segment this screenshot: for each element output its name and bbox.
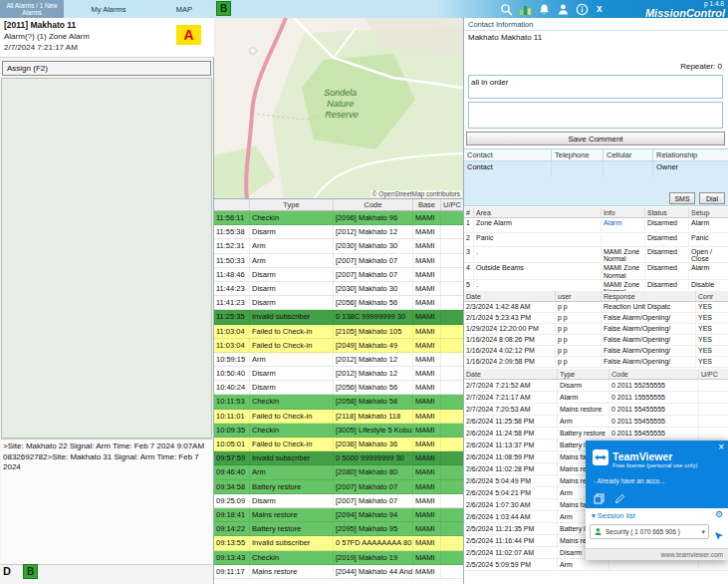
- map[interactable]: Sondela Nature Reserve © OpenStreetMap c…: [214, 18, 463, 199]
- column-header-telephone[interactable]: Telephone: [552, 149, 604, 160]
- column-header-code[interactable]: Code: [609, 369, 699, 379]
- cell-time: 11:55:38: [214, 225, 250, 238]
- tab-all-alarms[interactable]: All Alarms / 1 New Alarms: [0, 0, 64, 18]
- gear-icon[interactable]: ⚙: [715, 509, 723, 519]
- signal-log-row[interactable]: 10:11:01 Failed to Check-in [2118] Makha…: [214, 410, 463, 424]
- column-header-date[interactable]: Date: [464, 291, 556, 301]
- signal-log-row[interactable]: 09:11:17 Mains restore [2044] Makhato 44…: [214, 565, 463, 579]
- event-row[interactable]: 2/7/2024 7:21:52 AM Disarm 0 2011 552555…: [464, 380, 728, 392]
- column-header-date[interactable]: Date: [464, 369, 558, 379]
- contact-row[interactable]: Contact Owner: [464, 161, 728, 177]
- user-icon[interactable]: [557, 2, 570, 15]
- column-header-type[interactable]: Type: [250, 199, 334, 210]
- zone-row[interactable]: 2 Panic Disarmed Panic: [464, 233, 728, 248]
- column-header-response[interactable]: Response: [602, 291, 696, 301]
- column-header-type[interactable]: Type: [558, 369, 609, 379]
- cell-cellular: [604, 161, 653, 177]
- signal-log-row[interactable]: 10:59:15 Arm [2012] Makhato 12 MAMI: [214, 353, 463, 367]
- tab-my-alarms[interactable]: My Alarms: [64, 0, 153, 18]
- signal-log-row[interactable]: 09:25:09 Disarm [2007] Makhato 07 MAMI: [214, 494, 463, 508]
- signal-log-row[interactable]: 09:46:40 Arm [2080] Makhato 80 MAMI: [214, 465, 463, 479]
- partner-selector[interactable]: Security ( 1 070 665 906 ) ▾: [590, 524, 709, 539]
- edit-icon[interactable]: [614, 490, 625, 508]
- save-comment-button[interactable]: Save Comment: [466, 132, 725, 146]
- column-header-upc[interactable]: U/PC: [699, 369, 728, 379]
- signal-log-row[interactable]: 11:55:38 Disarm [2012] Makhato 12 MAMI: [214, 225, 463, 239]
- copy-icon[interactable]: [594, 490, 605, 508]
- session-list-label[interactable]: ▾ Session list: [592, 511, 635, 520]
- event-row[interactable]: 2/6/2024 11:24:58 PM Battery restore 0 2…: [464, 428, 728, 439]
- column-header-upc[interactable]: U/PC: [441, 199, 463, 210]
- column-header-time[interactable]: [214, 199, 250, 210]
- signal-log-row[interactable]: 11:56:11 Checkin [2096] Makhato 96 MAMI: [214, 211, 463, 225]
- column-header-code[interactable]: Code: [334, 199, 413, 210]
- cell-date: 2/6/2024 11:02:28 PM: [464, 463, 558, 474]
- event-row[interactable]: 2/6/2024 11:25:58 PM Arm 0 2011 55455555: [464, 416, 728, 428]
- comment-input[interactable]: all in order: [468, 75, 723, 99]
- column-header-status[interactable]: Status: [645, 207, 689, 217]
- sms-button[interactable]: SMS: [669, 192, 695, 204]
- event-row[interactable]: 2/5/2024 5:09:59 PM Arm: [464, 559, 728, 571]
- signal-log-row[interactable]: 10:50:40 Disarm [2012] Makhato 12 MAMI: [214, 367, 463, 381]
- history-row[interactable]: 2/3/2024 1:42:48 AM p p Reaction Unit Di…: [464, 302, 728, 313]
- alarm-queue-list[interactable]: [1, 78, 212, 438]
- signal-log-row[interactable]: 09:18:41 Mains restore [2094] Makhato 94…: [214, 508, 463, 522]
- message-log[interactable]: >Site: Makhato 22 Signal: Arm Time: Feb …: [1, 438, 212, 565]
- signal-log-row[interactable]: 11:50:33 Arm [2007] Makhato 07 MAMI: [214, 254, 463, 268]
- column-header-area[interactable]: Area: [474, 207, 602, 217]
- column-header-num[interactable]: #: [464, 207, 474, 217]
- signal-log-row[interactable]: 10:09:35 Checkin [3005] Lifestyle 5 Kobu…: [214, 424, 463, 438]
- zone-row[interactable]: 5 . MAMI Zone Normal Disarmed Disable: [464, 280, 728, 291]
- column-header-setup[interactable]: Setup: [689, 207, 728, 217]
- signal-log-row[interactable]: 11:03:04 Failed to Check-in [2105] Makha…: [214, 325, 463, 339]
- column-header-info[interactable]: Info: [602, 207, 645, 217]
- bell-icon[interactable]: [538, 2, 551, 15]
- history-row[interactable]: 1/16/2024 4:02:12 PM p p False Alarm/Ope…: [464, 346, 728, 357]
- signal-log-row[interactable]: 10:05:01 Failed to Check-in [2036] Makha…: [214, 438, 463, 451]
- close-icon[interactable]: x: [595, 2, 605, 15]
- info-icon[interactable]: [576, 2, 589, 15]
- signal-log-row[interactable]: 09:34:58 Battery restore [2007] Makhato …: [214, 480, 463, 494]
- comment-input-secondary[interactable]: [468, 102, 723, 129]
- history-row[interactable]: 1/16/2024 2:09:58 PM p p False Alarm/Ope…: [464, 357, 728, 368]
- dial-button[interactable]: Dial: [699, 192, 725, 204]
- signal-log-row[interactable]: 10:40:24 Disarm [2056] Makhato 56 MAMI: [214, 381, 463, 395]
- column-header-user[interactable]: user: [556, 291, 602, 301]
- teamviewer-website[interactable]: www.teamviewer.com: [661, 551, 724, 558]
- signal-log-row[interactable]: 09:13:43 Checkin [2019] Makhato 19 MAMI: [214, 551, 463, 565]
- event-row[interactable]: 2/7/2024 7:20:53 AM Mains restore 0 2011…: [464, 404, 728, 416]
- signal-log-row[interactable]: 09:13:55 Invalid subscriber 0 57FD AAAAA…: [214, 536, 463, 550]
- cell-info: Alarm: [602, 219, 645, 232]
- event-row[interactable]: 2/7/2024 7:21:17 AM Alarm 0 2011 1555555…: [464, 392, 728, 404]
- teamviewer-account-link[interactable]: - Already have an acco...: [594, 477, 665, 484]
- signal-log-row[interactable]: 11:48:46 Disarm [2007] Makhato 07 MAMI: [214, 268, 463, 282]
- signal-log-row[interactable]: 11:52:31 Arm [2030] Makhato 30 MAMI: [214, 239, 463, 253]
- search-icon[interactable]: [500, 2, 513, 15]
- history-row[interactable]: 1/16/2024 8:08:26 PM p p False Alarm/Ope…: [464, 335, 728, 346]
- tab-map[interactable]: MAP: [153, 0, 215, 18]
- signal-log-row[interactable]: 11:03:04 Failed to Check-in [2049] Makha…: [214, 339, 463, 353]
- column-header-base[interactable]: Base: [413, 199, 441, 210]
- zone-row[interactable]: 3 . MAMI Zone Normal Disarmed Open / Clo…: [464, 247, 728, 263]
- zone-row[interactable]: 1 Zone Alarm Alarm Disarmed Alarm: [464, 218, 728, 233]
- history-row[interactable]: 2/1/2024 5:23:43 PM p p False Alarm/Open…: [464, 313, 728, 324]
- chart-icon[interactable]: [519, 2, 532, 15]
- column-header-relationship[interactable]: Relationship: [653, 149, 728, 160]
- signal-log-row[interactable]: 10:11:53 Checkin [2058] Makhato 58 MAMI: [214, 395, 463, 409]
- column-header-cellular[interactable]: Cellular: [604, 149, 653, 160]
- cell-upc: [441, 424, 463, 437]
- signal-log-row[interactable]: 11:44:23 Disarm [2030] Makhato 30 MAMI: [214, 282, 463, 296]
- signal-log-row[interactable]: 09:57:59 Invalid subscriber 0 5000 99999…: [214, 451, 463, 465]
- map-attribution[interactable]: © OpenStreetMap contributors: [370, 190, 462, 197]
- signal-log-row[interactable]: 11:41:23 Disarm [2056] Makhato 56 MAMI: [214, 296, 463, 310]
- teamviewer-close-icon[interactable]: ×: [718, 441, 724, 453]
- signal-log-row[interactable]: 11:25:35 Invalid subscriber 0 138C 99999…: [214, 310, 463, 324]
- connect-cursor-icon[interactable]: [714, 527, 724, 545]
- signal-log-row[interactable]: 09:14:22 Battery restore [2095] Makhato …: [214, 522, 463, 536]
- assign-button[interactable]: Assign (F2): [2, 61, 211, 76]
- column-header-contact[interactable]: Contact: [464, 149, 552, 160]
- column-header-confirmed[interactable]: Conr: [696, 291, 728, 301]
- zone-row[interactable]: 4 Outside Beams MAMI Zone Normal Disarme…: [464, 263, 728, 279]
- cell-time: 11:48:46: [214, 268, 250, 281]
- history-row[interactable]: 1/29/2024 12:20:00 PM p p False Alarm/Op…: [464, 324, 728, 335]
